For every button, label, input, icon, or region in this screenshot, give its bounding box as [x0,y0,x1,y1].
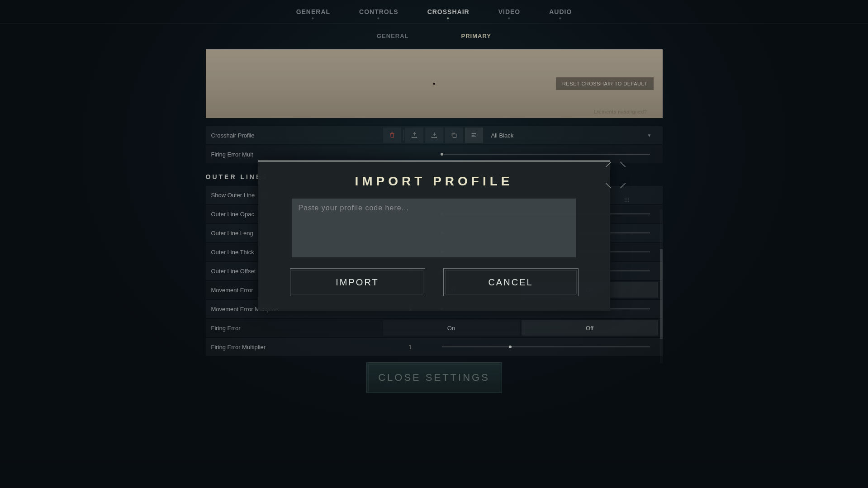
modal-title: IMPORT PROFILE [290,174,579,189]
import-profile-modal: IMPORT PROFILE IMPORT CANCEL [258,161,610,311]
profile-code-input[interactable] [292,199,576,257]
cancel-button[interactable]: CANCEL [443,268,579,296]
import-button[interactable]: IMPORT [290,268,425,296]
